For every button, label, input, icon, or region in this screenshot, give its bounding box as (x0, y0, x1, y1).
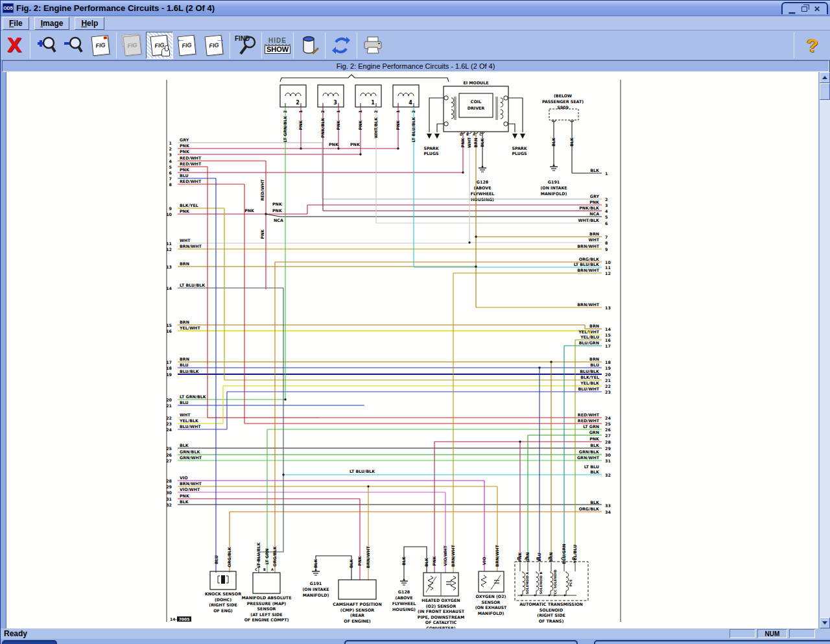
scroll-up-button[interactable] (820, 72, 830, 83)
diagram-label: B (263, 567, 266, 571)
diagram-label: C (561, 556, 563, 560)
refresh-button[interactable] (327, 32, 355, 59)
diagram-label: 7005 (179, 617, 190, 621)
back-arrow-icon: ← (176, 33, 185, 44)
component-label: HEATED OXYGEN (421, 598, 460, 602)
figure-page-icon: FIG (91, 34, 110, 56)
restore-button[interactable] (801, 6, 807, 12)
close-figure-icon: X (6, 36, 21, 55)
diagram-label: PLUGS (423, 151, 439, 156)
diagram-label: 1 (371, 100, 375, 106)
previous-figure-button[interactable]: FIG ← (173, 32, 200, 59)
wire-label: PNK/BLK (579, 206, 600, 210)
pin-number: 17 (166, 360, 172, 364)
junction-dot (282, 473, 284, 475)
spark-plug-arrow (512, 134, 517, 139)
component-label: (ON EXHAUST (475, 605, 507, 610)
app-icon: OD5 (3, 3, 14, 13)
wire-label: ORG/BLK (579, 507, 600, 511)
diagram-canvas[interactable]: 2314COILDRIVEREI MODULE(BELOWPASSENGER S… (6, 72, 818, 628)
pin-number: 3 (605, 203, 608, 208)
figure-select-button-pressed[interactable]: FIG (146, 32, 173, 59)
pin-number: 22 (166, 416, 172, 420)
diagram-label: 2 (296, 100, 300, 106)
pin-number: 5 (169, 165, 172, 169)
junction-dot (538, 366, 540, 368)
wire (429, 98, 444, 132)
wire-label: LT BLU/BLK (180, 283, 206, 287)
wire-color-label: PNK (396, 119, 400, 130)
wire-label: BLU/BLK (580, 369, 600, 374)
toolbar: X FIG FIG FIG (1, 30, 830, 60)
taskbar-button[interactable] (344, 640, 578, 644)
component-label: (IN FRONT EXHAUST (418, 609, 465, 614)
taskbar-sliver (1, 639, 830, 644)
wire (280, 75, 449, 82)
help-button[interactable]: ? (800, 32, 825, 58)
menu-image[interactable]: Image (34, 17, 70, 30)
next-figure-button[interactable]: FIG → (200, 32, 228, 59)
diagram-label: A (271, 567, 274, 571)
wire-label: BRN/WHT (180, 244, 202, 248)
transformer-winding (501, 110, 503, 119)
wire-label: BRN/WHT (180, 481, 202, 486)
wire-label: BRN/WHT (577, 302, 599, 307)
taskbar-button[interactable] (2, 640, 57, 644)
pin-number: 14 (166, 286, 172, 291)
hide-show-captions-button[interactable]: HIDE SHOW (264, 32, 291, 59)
minimize-button[interactable]: ▁ (789, 6, 795, 12)
wire-label: RED/WHT (180, 179, 202, 184)
junction-dot (550, 361, 552, 363)
component-box (338, 580, 376, 599)
diagram-label: PNK (329, 142, 339, 147)
transformer-winding (451, 110, 454, 119)
pin-number: 4 (605, 209, 608, 213)
component-label: (RIGHT SIDE (209, 602, 237, 607)
wire-color-label: YEL/BLU (573, 545, 577, 564)
view-figure-button[interactable]: FIG (87, 32, 114, 59)
wire-color-label: BLU (214, 555, 219, 564)
taskbar-button[interactable] (594, 640, 830, 644)
wire-label: BRN/WHT (577, 268, 599, 272)
pin-number: 9 (605, 247, 608, 252)
pin-number: 4 (169, 159, 172, 163)
figure-list-button[interactable]: FIG (119, 32, 146, 59)
vertical-scrollbar[interactable] (819, 72, 830, 628)
wire-label: PNK (589, 436, 600, 441)
wire-label: BLK (180, 499, 189, 504)
diagram-label: DRIVER (468, 106, 485, 110)
close-button[interactable]: ✕ (814, 6, 820, 12)
component-label: OF ENGINE) (344, 619, 371, 623)
menu-help[interactable]: Help (75, 17, 104, 30)
wire-color-label: BLK (569, 137, 574, 147)
ground-label: (ABOVE (396, 595, 413, 600)
junction-dot (367, 485, 369, 487)
ignition-coil (393, 85, 419, 107)
find-button[interactable]: FIND (232, 32, 259, 59)
pin-number: 1 (169, 141, 172, 145)
close-figure-button[interactable]: X (1, 32, 28, 59)
zoom-out-button[interactable] (60, 32, 87, 59)
ignition-coil (280, 85, 306, 107)
junction-dot (519, 440, 521, 442)
wire-label: WHT (180, 412, 191, 417)
annotate-button[interactable] (296, 32, 323, 59)
wire-label: YEL/WHT (179, 326, 200, 330)
scroll-down-button[interactable] (820, 617, 830, 628)
wire-label: LT GRN (583, 424, 599, 429)
print-button[interactable] (359, 32, 386, 59)
wire-color-label: PNK/BLK (320, 117, 325, 138)
wire-label: BLU (180, 173, 189, 178)
wire (437, 124, 444, 132)
pin-number: 10 (605, 260, 611, 265)
toolbar-separator (794, 32, 794, 58)
scrollbar-thumb[interactable] (820, 83, 830, 100)
pin-number: 22 (605, 384, 611, 388)
zoom-in-button[interactable] (32, 32, 60, 59)
wire-label: BLK/YEL (580, 375, 599, 379)
status-text: Ready (4, 629, 27, 638)
wire-color-label: PNK (298, 119, 303, 130)
wire-color-label: VIO/WHT (443, 545, 447, 566)
diagram-label: (BELOW (554, 93, 572, 98)
menu-file[interactable]: File (3, 17, 29, 30)
